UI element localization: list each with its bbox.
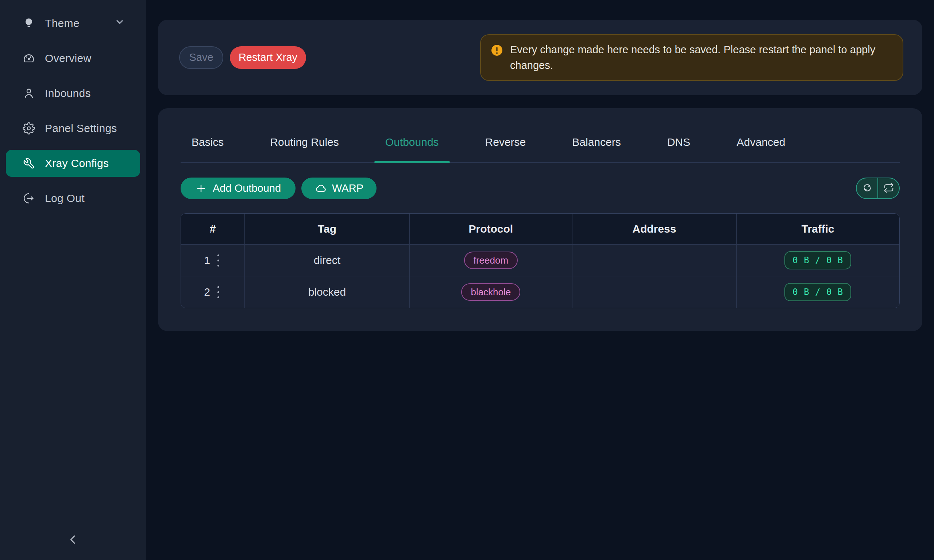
outbounds-table: # Tag Protocol Address Traffic 1 direct … [180,213,900,308]
protocol-badge: freedom [464,252,518,269]
xray-configs-card: Basics Routing Rules Outbounds Reverse B… [158,108,922,331]
column-header-address: Address [572,214,736,244]
column-header-protocol: Protocol [410,214,572,244]
row-index: 2 [204,286,210,298]
sidebar-item-label: Panel Settings [45,122,117,135]
user-icon [22,87,35,100]
add-outbound-label: Add Outbound [213,182,281,194]
sidebar-item-label: Xray Configs [45,157,109,169]
sidebar-item-label: Theme [45,17,80,29]
column-header-tag: Tag [245,214,409,244]
tab-reverse[interactable]: Reverse [474,135,537,162]
warp-button[interactable]: WARP [301,178,376,199]
tab-outbounds[interactable]: Outbounds [375,135,450,162]
row-menu-dots-icon[interactable] [215,284,222,300]
table-row: 1 direct freedom 0 B / 0 B [181,244,899,276]
warning-circle-icon [490,44,504,57]
outbounds-actions-row: Add Outbound WARP [180,178,900,199]
row-protocol-cell: freedom [410,245,572,276]
sidebar-item-theme[interactable]: Theme [6,10,140,37]
row-menu-dots-icon[interactable] [215,252,222,269]
main-content: Save Restart Xray Every change made here… [146,0,934,560]
row-address-cell [572,245,736,276]
row-index-cell: 2 [181,276,245,308]
tab-balancers[interactable]: Balancers [561,135,632,162]
column-header-traffic: Traffic [737,214,899,244]
alert-message: Every change made here needs to be saved… [510,42,892,73]
logout-icon [22,192,35,205]
sidebar-item-log-out[interactable]: Log Out [6,185,140,212]
row-tag-cell: direct [245,245,409,276]
add-outbound-button[interactable]: Add Outbound [180,178,296,199]
table-header-row: # Tag Protocol Address Traffic [181,214,899,244]
tab-advanced[interactable]: Advanced [726,135,796,162]
sidebar-item-panel-settings[interactable]: Panel Settings [6,115,140,142]
cloud-icon [314,183,326,194]
sync-icon [862,182,873,195]
lightbulb-icon [22,17,35,30]
tab-dns[interactable]: DNS [657,135,701,162]
row-address-cell [572,276,736,308]
table-row: 2 blocked blackhole 0 B / 0 B [181,276,899,308]
sidebar-item-xray-configs[interactable]: Xray Configs [6,150,140,177]
traffic-badge: 0 B / 0 B [784,283,851,301]
sidebar-item-label: Inbounds [45,87,91,100]
row-traffic-cell: 0 B / 0 B [737,276,899,308]
row-protocol-cell: blackhole [410,276,572,308]
plus-icon [195,183,207,194]
repeat-icon [883,182,894,195]
sidebar-item-label: Log Out [45,192,85,205]
row-tag-cell: blocked [245,276,409,308]
sidebar: Theme Overview Inbounds [0,0,146,560]
restart-xray-button[interactable]: Restart Xray [230,46,306,69]
gauge-icon [22,52,35,65]
protocol-badge: blackhole [461,283,520,301]
row-index-cell: 1 [181,245,245,276]
wrench-icon [22,157,35,170]
config-tabs: Basics Routing Rules Outbounds Reverse B… [180,108,900,163]
restart-warning-alert: Every change made here needs to be saved… [480,34,903,81]
gear-icon [22,122,35,135]
chevron-left-icon [67,533,79,547]
toolbar-card: Save Restart Xray Every change made here… [158,20,922,95]
reload-outbounds-button[interactable] [857,178,878,198]
sidebar-collapse-button[interactable] [62,529,84,551]
column-header-index: # [181,214,245,244]
row-index: 1 [204,254,210,266]
sidebar-item-inbounds[interactable]: Inbounds [6,80,140,107]
tab-routing-rules[interactable]: Routing Rules [259,135,350,162]
sidebar-item-label: Overview [45,52,91,65]
refresh-button-group [856,178,900,199]
traffic-badge: 0 B / 0 B [784,251,851,269]
sidebar-item-overview[interactable]: Overview [6,45,140,72]
chevron-down-icon [114,17,125,30]
save-button[interactable]: Save [179,46,223,69]
reset-traffic-button[interactable] [878,178,899,198]
row-traffic-cell: 0 B / 0 B [737,245,899,276]
warp-label: WARP [332,182,364,194]
tab-basics[interactable]: Basics [180,135,234,162]
